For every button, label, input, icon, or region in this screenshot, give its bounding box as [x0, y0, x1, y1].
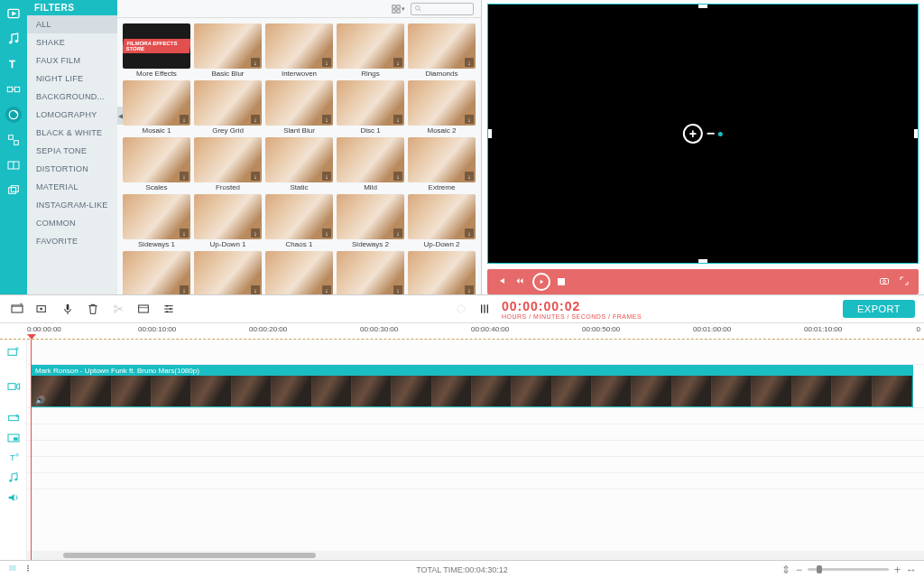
effect-item[interactable]: ↓Disc 1: [337, 80, 404, 135]
effect-item[interactable]: ↓Scales: [123, 137, 190, 191]
video-track-icon[interactable]: [0, 365, 26, 408]
effect-item[interactable]: ↓Chaos 2: [123, 251, 190, 294]
zoom-slider[interactable]: [808, 568, 889, 571]
effect-item[interactable]: ↓Extreme: [408, 137, 476, 191]
music-track-icon[interactable]: [0, 468, 26, 488]
prev-frame-button[interactable]: [514, 275, 525, 288]
svg-point-38: [170, 308, 171, 310]
resize-handle-right[interactable]: [914, 129, 918, 138]
effect-item[interactable]: ↓Sideways 1: [123, 194, 190, 248]
effect-track-icon[interactable]: [0, 408, 26, 428]
view-mode-toggle[interactable]: ▾: [392, 5, 405, 14]
effect-item[interactable]: ↓Blur Bars: [194, 251, 262, 294]
effect-item[interactable]: ↓Grey Grid: [194, 80, 262, 135]
elements-icon[interactable]: [5, 132, 22, 148]
text-track-icon[interactable]: T: [0, 448, 26, 468]
track-row[interactable]: [27, 441, 924, 457]
stop-button[interactable]: [558, 278, 565, 285]
effect-item[interactable]: ↓Mosaic 2: [408, 80, 476, 135]
media-library-icon[interactable]: [5, 5, 22, 22]
filter-category-item[interactable]: MATERIAL: [27, 178, 117, 196]
pip-track-icon[interactable]: [0, 428, 26, 448]
add-media-button[interactable]: +: [9, 301, 25, 317]
zoom-overlay[interactable]: + −: [683, 124, 723, 144]
effect-item[interactable]: ↓Slant Blur: [265, 80, 333, 135]
settings-button[interactable]: [161, 301, 177, 317]
effects-search-input[interactable]: [411, 3, 474, 15]
music-icon[interactable]: [5, 31, 22, 47]
voiceover-button[interactable]: [60, 301, 76, 317]
resize-handle-top[interactable]: [698, 5, 707, 8]
resize-handle-bottom[interactable]: [698, 259, 707, 263]
effect-item[interactable]: ↓Frosted: [194, 137, 262, 191]
effect-item[interactable]: ↓Diamonds: [408, 23, 476, 78]
fullscreen-button[interactable]: [899, 275, 910, 288]
filter-category-item[interactable]: DISTORTION: [27, 160, 117, 178]
effect-item[interactable]: ↓Up-Down 1: [194, 194, 262, 248]
fit-timeline-button[interactable]: ↔: [906, 564, 917, 576]
effect-item[interactable]: ↓Sideways 2: [337, 194, 404, 248]
audio-track-icon[interactable]: [0, 488, 26, 508]
jump-start-button[interactable]: [496, 275, 507, 288]
preview-canvas[interactable]: + −: [487, 4, 919, 264]
effect-item[interactable]: ↓Grey: [408, 251, 476, 294]
zoom-in-icon[interactable]: +: [683, 124, 703, 144]
video-clip[interactable]: Mark Ronson - Uptown Funk ft. Bruno Mars…: [31, 365, 913, 407]
overlay-track-icon[interactable]: [0, 340, 26, 365]
effect-label: Rings: [337, 70, 404, 78]
effect-item[interactable]: FILMORA EFFECTS STOREMore Effects: [123, 23, 190, 78]
track-row[interactable]: [27, 457, 924, 473]
filter-category-item[interactable]: BACKGROUND...: [27, 88, 117, 106]
track-row[interactable]: [27, 489, 924, 551]
list-view-icon[interactable]: [25, 563, 36, 576]
overlay-icon[interactable]: [5, 182, 22, 199]
track-row[interactable]: [27, 408, 924, 424]
filter-category-item[interactable]: FAUX FILM: [27, 51, 117, 70]
filter-category-item[interactable]: LOMOGRAPHY: [27, 106, 117, 124]
effect-item[interactable]: ↓Mosaic 1: [123, 80, 190, 135]
video-track-row[interactable]: Mark Ronson - Uptown Funk ft. Bruno Mars…: [27, 365, 924, 408]
text-icon[interactable]: T: [5, 56, 22, 72]
scale-down-icon[interactable]: [7, 563, 18, 576]
filter-category-item[interactable]: SHAKE: [27, 33, 117, 51]
track-row[interactable]: [27, 424, 924, 441]
effect-item[interactable]: ↓Mild: [337, 137, 404, 191]
zoom-in-timeline-button[interactable]: +: [894, 564, 901, 576]
effect-item[interactable]: ↓Basic Blur: [194, 23, 262, 78]
effect-item[interactable]: ↓Interwoven: [265, 23, 333, 78]
effect-item[interactable]: ↓Ripple 2: [337, 251, 404, 294]
effect-item[interactable]: ↓Chaos 1: [265, 194, 333, 248]
effect-item[interactable]: ↓Static: [265, 137, 333, 191]
filter-category-item[interactable]: SEPIA TONE: [27, 142, 117, 160]
resize-handle-left[interactable]: [488, 129, 492, 138]
playhead[interactable]: [31, 340, 32, 560]
track-row[interactable]: [27, 473, 924, 489]
snapshot-button[interactable]: [879, 275, 890, 288]
filter-category-item[interactable]: BLACK & WHITE: [27, 124, 117, 142]
delete-button[interactable]: [85, 301, 101, 317]
effect-item[interactable]: ↓Ripple 1: [265, 251, 333, 294]
record-button[interactable]: [34, 301, 51, 317]
play-button[interactable]: [532, 273, 550, 291]
clip-title: Mark Ronson - Uptown Funk ft. Bruno Mars…: [32, 366, 912, 376]
export-button[interactable]: EXPORT: [843, 300, 915, 318]
zoom-out-icon[interactable]: −: [707, 126, 715, 142]
splitscreen-icon[interactable]: [5, 157, 22, 173]
svg-line-19: [420, 10, 421, 12]
collapse-tracks-icon[interactable]: ⇕: [781, 564, 790, 576]
audio-mixer-button[interactable]: [476, 301, 493, 317]
filter-category-item[interactable]: FAVORITE: [27, 232, 117, 250]
timeline-ruler[interactable]: 0:00:00:0000:00:10:0000:00:20:0000:00:30…: [0, 323, 924, 340]
horizontal-scrollbar[interactable]: [27, 551, 924, 560]
effects-icon[interactable]: [5, 107, 22, 123]
effect-item[interactable]: ↓Up-Down 2: [408, 194, 476, 248]
filter-category-item[interactable]: INSTAGRAM-LIKE: [27, 196, 117, 214]
filter-category-item[interactable]: NIGHT LIFE: [27, 70, 117, 88]
crop-button[interactable]: [135, 301, 152, 317]
effect-item[interactable]: ↓Rings: [337, 23, 404, 78]
zoom-out-timeline-button[interactable]: −: [796, 564, 802, 576]
transition-icon[interactable]: [5, 81, 22, 98]
track-row[interactable]: [27, 340, 924, 365]
filter-category-item[interactable]: COMMON: [27, 214, 117, 232]
filter-category-item[interactable]: ALL: [27, 15, 117, 33]
